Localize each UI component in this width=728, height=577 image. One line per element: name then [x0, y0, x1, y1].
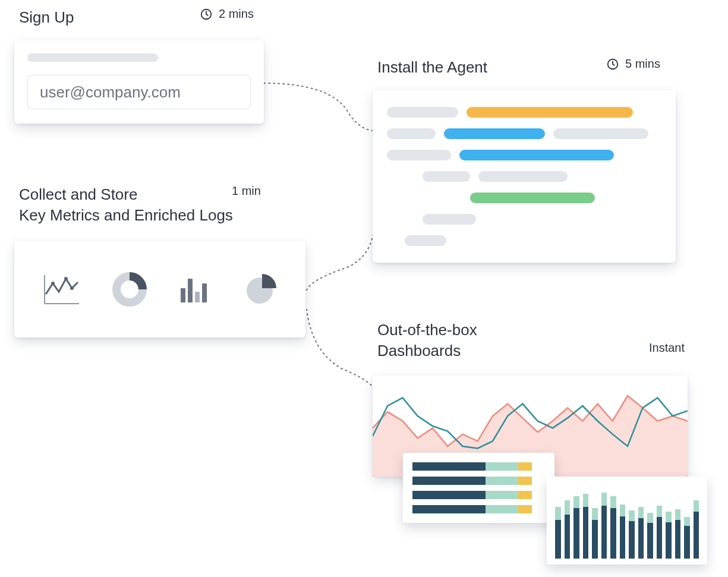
code-bar [470, 193, 595, 203]
onboarding-diagram: Sign Up 2 mins user@company.com Install … [0, 0, 728, 577]
column [666, 512, 672, 559]
svg-rect-8 [195, 292, 200, 302]
svg-rect-9 [202, 283, 207, 302]
code-bar [459, 150, 614, 160]
code-bar [405, 235, 446, 246]
svg-point-2 [51, 282, 55, 285]
bar-chart-icon [176, 270, 214, 308]
email-input[interactable]: user@company.com [27, 75, 251, 109]
line-chart-icon [40, 270, 83, 308]
column [583, 494, 589, 559]
code-bar [444, 128, 545, 139]
column [601, 493, 607, 559]
step-dash-title: Out-of-the-box Dashboards [377, 320, 477, 361]
column [684, 517, 690, 559]
column [657, 506, 663, 559]
column [629, 510, 635, 559]
step-dash-time: Instant [649, 341, 685, 355]
step-install-title: Install the Agent [377, 57, 487, 78]
code-bar [467, 107, 633, 118]
stacked-bar [412, 477, 545, 485]
column [647, 513, 653, 559]
stacked-bar [412, 491, 545, 499]
stacked-bar [412, 505, 545, 513]
step-signup-title: Sign Up [19, 7, 74, 28]
svg-rect-6 [181, 288, 185, 302]
signup-card: user@company.com [14, 40, 264, 124]
step-signup-time: 2 mins [200, 7, 254, 21]
clock-icon [606, 58, 619, 71]
column [694, 500, 699, 559]
column [555, 507, 561, 559]
dashboard-hbar-card [403, 453, 554, 523]
install-card [373, 90, 676, 263]
column [565, 500, 571, 559]
svg-point-3 [64, 277, 68, 280]
svg-rect-7 [188, 279, 193, 302]
code-bar [387, 150, 451, 160]
column [675, 509, 681, 559]
code-bar [478, 171, 568, 182]
step-install-time: 5 mins [606, 57, 660, 71]
column [638, 507, 644, 559]
stacked-bar [412, 462, 545, 471]
code-bar [553, 128, 648, 139]
connector-1-2 [264, 81, 377, 134]
column [610, 496, 616, 559]
dashboard-column-card [547, 477, 707, 565]
collect-card [14, 241, 305, 338]
step-collect-time: 1 min [232, 184, 261, 198]
pie-chart-icon [242, 270, 280, 308]
column [573, 496, 579, 559]
connector-2-3 [305, 220, 377, 291]
code-bar [387, 128, 436, 139]
code-bar [423, 214, 476, 225]
code-bar [387, 107, 458, 118]
column [620, 505, 626, 559]
svg-point-4 [70, 286, 74, 290]
step-collect-title: Collect and Store Key Metrics and Enrich… [19, 184, 269, 226]
donut-chart-icon [111, 270, 149, 308]
connector-3-4 [305, 309, 377, 392]
field-label-placeholder [27, 53, 158, 62]
clock-icon [200, 8, 213, 21]
code-bar [423, 171, 470, 182]
column [592, 508, 598, 559]
